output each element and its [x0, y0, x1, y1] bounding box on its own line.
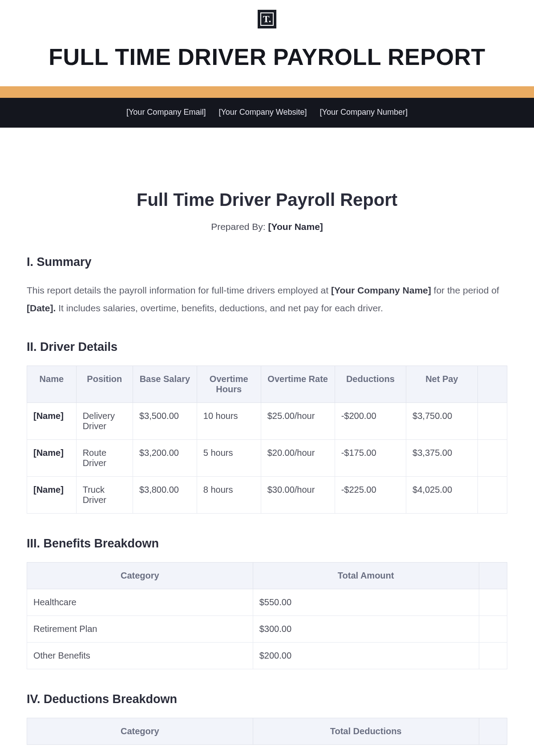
cell-category: Healthcare: [27, 589, 253, 615]
summary-company: [Your Company Name]: [331, 285, 431, 295]
table-row: [Name] Truck Driver $3,800.00 8 hours $3…: [27, 476, 507, 513]
col-deductions: Deductions: [335, 366, 406, 402]
logo-container: T.: [0, 0, 534, 30]
table-row: [Name] Route Driver $3,200.00 5 hours $2…: [27, 439, 507, 476]
cell-amount: $200.00: [253, 642, 479, 669]
cell-blank: [477, 476, 507, 513]
col-blank: [477, 366, 507, 402]
cell-name: [Name]: [27, 439, 77, 476]
driver-details-table: Name Position Base Salary Overtime Hours…: [27, 366, 507, 514]
cell-deductions: -$200.00: [335, 402, 406, 439]
col-net-pay: Net Pay: [406, 366, 477, 402]
summary-part3: It includes salaries, overtime, benefits…: [56, 303, 383, 313]
banner-title: FULL TIME DRIVER PAYROLL REPORT: [0, 44, 534, 70]
company-website: [Your Company Website]: [218, 108, 307, 117]
cell-base: $3,800.00: [133, 476, 197, 513]
cell-blank: [477, 402, 507, 439]
section-summary-heading: I. Summary: [27, 255, 507, 269]
table-row: Retirement Plan $300.00: [27, 615, 507, 642]
cell-ot-rate: $20.00/hour: [261, 439, 335, 476]
cell-position: Truck Driver: [76, 476, 133, 513]
cell-base: $3,500.00: [133, 402, 197, 439]
col-base-salary: Base Salary: [133, 366, 197, 402]
col-name: Name: [27, 366, 77, 402]
cell-amount: $550.00: [253, 589, 479, 615]
cell-blank: [479, 642, 507, 669]
col-total-deductions: Total Deductions: [253, 718, 479, 744]
cell-name: [Name]: [27, 402, 77, 439]
cell-ot-hours: 10 hours: [197, 402, 261, 439]
table-header-row: Category Total Deductions: [27, 718, 507, 744]
cell-blank: [479, 589, 507, 615]
deductions-table: Category Total Deductions: [27, 718, 507, 745]
prepared-by-value: [Your Name]: [268, 221, 323, 232]
summary-date: [Date].: [27, 303, 56, 313]
section-benefits-heading: III. Benefits Breakdown: [27, 537, 507, 551]
cell-ot-rate: $30.00/hour: [261, 476, 335, 513]
accent-bar: [0, 86, 534, 98]
col-overtime-rate: Overtime Rate: [261, 366, 335, 402]
cell-ot-hours: 5 hours: [197, 439, 261, 476]
contact-bar: [Your Company Email] [Your Company Websi…: [0, 98, 534, 128]
section-deductions-heading: IV. Deductions Breakdown: [27, 692, 507, 706]
cell-base: $3,200.00: [133, 439, 197, 476]
cell-ot-rate: $25.00/hour: [261, 402, 335, 439]
cell-deductions: -$225.00: [335, 476, 406, 513]
section-driver-heading: II. Driver Details: [27, 340, 507, 354]
table-row: Healthcare $550.00: [27, 589, 507, 615]
col-blank: [479, 718, 507, 744]
summary-text: This report details the payroll informat…: [27, 281, 507, 317]
cell-ot-hours: 8 hours: [197, 476, 261, 513]
prepared-by-label: Prepared By:: [211, 221, 268, 232]
cell-position: Delivery Driver: [76, 402, 133, 439]
summary-part2: for the period of: [431, 285, 499, 295]
col-total-amount: Total Amount: [253, 562, 479, 589]
cell-category: Other Benefits: [27, 642, 253, 669]
cell-deductions: -$175.00: [335, 439, 406, 476]
col-category: Category: [27, 718, 253, 744]
logo-letter: T.: [263, 14, 271, 24]
cell-blank: [479, 615, 507, 642]
table-header-row: Name Position Base Salary Overtime Hours…: [27, 366, 507, 402]
prepared-by-line: Prepared By: [Your Name]: [27, 221, 507, 232]
cell-name: [Name]: [27, 476, 77, 513]
company-email: [Your Company Email]: [126, 108, 206, 117]
cell-net: $4,025.00: [406, 476, 477, 513]
logo-icon: T.: [258, 10, 276, 28]
col-position: Position: [76, 366, 133, 402]
summary-part1: This report details the payroll informat…: [27, 285, 331, 295]
table-row: [Name] Delivery Driver $3,500.00 10 hour…: [27, 402, 507, 439]
cell-blank: [477, 439, 507, 476]
document-title: Full Time Driver Payroll Report: [27, 190, 507, 210]
table-row: Other Benefits $200.00: [27, 642, 507, 669]
col-blank: [479, 562, 507, 589]
cell-net: $3,375.00: [406, 439, 477, 476]
company-number: [Your Company Number]: [320, 108, 408, 117]
table-header-row: Category Total Amount: [27, 562, 507, 589]
col-category: Category: [27, 562, 253, 589]
cell-amount: $300.00: [253, 615, 479, 642]
cell-category: Retirement Plan: [27, 615, 253, 642]
benefits-table: Category Total Amount Healthcare $550.00…: [27, 562, 507, 669]
cell-position: Route Driver: [76, 439, 133, 476]
cell-net: $3,750.00: [406, 402, 477, 439]
col-overtime-hours: Overtime Hours: [197, 366, 261, 402]
